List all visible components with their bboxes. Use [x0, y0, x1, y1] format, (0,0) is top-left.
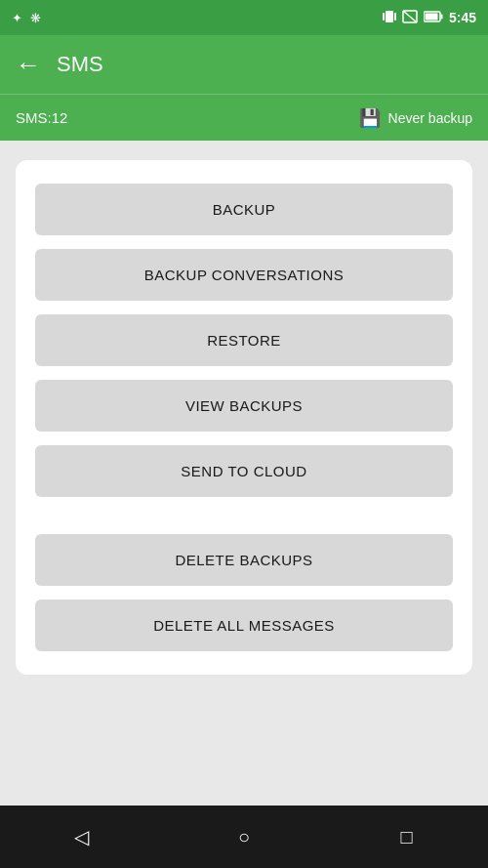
status-time: 5:45 — [449, 10, 476, 25]
app-icon-2: ❋ — [30, 11, 41, 25]
delete-all-messages-button[interactable]: DELETE ALL MESSAGES — [35, 599, 453, 651]
sms-count: SMS:12 — [16, 109, 67, 126]
svg-rect-1 — [383, 13, 385, 21]
svg-rect-7 — [425, 13, 437, 20]
status-bar: ✦ ❋ 5:45 — [0, 0, 488, 35]
back-button[interactable]: ← — [16, 52, 41, 77]
status-bar-right: 5:45 — [383, 9, 476, 27]
restore-button[interactable]: RESTORE — [35, 314, 453, 366]
bottom-nav: ◁ ○ □ — [0, 806, 488, 868]
nav-back-button[interactable]: ◁ — [52, 817, 110, 856]
app-bar: ← SMS — [0, 35, 488, 94]
backup-button[interactable]: BACKUP — [35, 184, 453, 235]
status-bar-left: ✦ ❋ — [12, 11, 41, 25]
sub-header: SMS:12 💾 Never backup — [0, 94, 488, 141]
app-title: SMS — [57, 52, 472, 77]
nav-home-button[interactable]: ○ — [215, 817, 273, 856]
actions-card: BACKUP BACKUP CONVERSATIONS RESTORE VIEW… — [16, 160, 472, 675]
send-to-cloud-button[interactable]: SEND TO CLOUD — [35, 445, 453, 497]
svg-rect-2 — [394, 13, 396, 21]
no-sim-icon — [402, 10, 418, 26]
svg-rect-0 — [386, 11, 393, 22]
view-backups-button[interactable]: VIEW BACKUPS — [35, 380, 453, 432]
nav-recent-button[interactable]: □ — [378, 817, 436, 856]
backup-status: Never backup — [388, 110, 472, 126]
backup-info: 💾 Never backup — [359, 107, 472, 129]
main-content: BACKUP BACKUP CONVERSATIONS RESTORE VIEW… — [0, 141, 488, 806]
divider — [35, 511, 453, 520]
battery-icon — [424, 11, 443, 25]
app-icon-1: ✦ — [12, 11, 22, 25]
vibrate-icon — [383, 9, 396, 27]
svg-rect-6 — [440, 14, 442, 19]
backup-conversations-button[interactable]: BACKUP CONVERSATIONS — [35, 249, 453, 301]
svg-line-4 — [403, 11, 417, 22]
delete-backups-button[interactable]: DELETE BACKUPS — [35, 534, 453, 586]
save-icon: 💾 — [359, 107, 381, 129]
